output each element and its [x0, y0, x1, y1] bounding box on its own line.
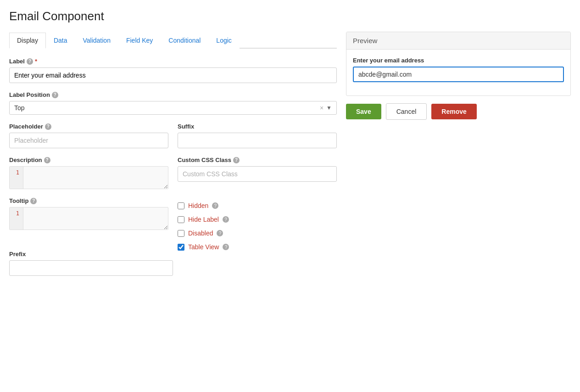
label-input[interactable]: [9, 67, 337, 83]
label-position-help-icon[interactable]: ?: [52, 92, 58, 98]
prefix-label: Prefix: [9, 251, 337, 258]
tab-bar: Display Data Validation Field Key Condit…: [9, 32, 337, 49]
page-title: Email Component: [9, 9, 571, 23]
hide-label-label: Hide Label: [188, 216, 219, 223]
disabled-checkbox-item[interactable]: Disabled ?: [178, 230, 337, 237]
table-view-help-icon[interactable]: ?: [223, 244, 229, 250]
tab-logic[interactable]: Logic: [208, 33, 239, 49]
tab-validation[interactable]: Validation: [75, 33, 118, 49]
checkbox-group: Hidden ? Hide Label ? Disabled ?: [178, 202, 337, 251]
description-col: Description ? 1: [9, 157, 168, 197]
hide-label-help-icon[interactable]: ?: [223, 216, 229, 223]
cancel-button[interactable]: Cancel: [386, 103, 427, 120]
placeholder-field-group: Placeholder ?: [9, 123, 168, 148]
label-position-value: Top: [14, 104, 320, 112]
hide-label-checkbox[interactable]: [178, 216, 184, 223]
description-textarea[interactable]: [23, 167, 168, 189]
description-css-row: Description ? 1 Custom CSS Class ?: [9, 157, 337, 197]
tooltip-editor[interactable]: 1: [9, 207, 168, 230]
hide-label-checkbox-item[interactable]: Hide Label ?: [178, 216, 337, 223]
tooltip-checkboxes-row: Tooltip ? 1 Hidden ?: [9, 197, 337, 251]
hidden-label: Hidden: [188, 202, 208, 209]
table-view-checkbox-item[interactable]: Table View ?: [178, 243, 337, 251]
checkboxes-col: Hidden ? Hide Label ? Disabled ?: [178, 197, 337, 251]
tooltip-label: Tooltip ?: [9, 197, 168, 204]
placeholder-field-label: Placeholder ?: [9, 123, 168, 130]
save-button[interactable]: Save: [346, 104, 381, 119]
placeholder-input[interactable]: [9, 133, 168, 148]
hidden-checkbox-item[interactable]: Hidden ?: [178, 202, 337, 209]
disabled-help-icon[interactable]: ?: [217, 230, 223, 236]
tooltip-col: Tooltip ? 1: [9, 197, 168, 251]
tooltip-line-numbers: 1: [10, 207, 23, 230]
description-label: Description ?: [9, 157, 168, 163]
preview-email-input[interactable]: [353, 67, 564, 82]
label-position-group: Label Position ? Top × ▼: [9, 91, 337, 115]
tab-display[interactable]: Display: [9, 33, 46, 49]
required-star: *: [35, 58, 37, 65]
suffix-field-label: Suffix: [178, 123, 337, 130]
table-view-label: Table View: [188, 243, 219, 251]
preview-panel: Preview Enter your email address: [346, 32, 571, 96]
prefix-field-group: Prefix: [9, 251, 337, 276]
description-line-numbers: 1: [10, 167, 23, 189]
placeholder-suffix-row: Placeholder ? Suffix: [9, 123, 337, 157]
label-position-label: Label Position ?: [9, 91, 337, 98]
custom-css-col: Custom CSS Class ?: [178, 157, 337, 197]
label-field-group: Label ? *: [9, 58, 337, 83]
custom-css-help-icon[interactable]: ?: [233, 157, 240, 163]
tab-field-key[interactable]: Field Key: [118, 33, 161, 49]
custom-css-field-group: Custom CSS Class ?: [178, 157, 337, 182]
tooltip-field-group: Tooltip ? 1: [9, 197, 168, 230]
hidden-help-icon[interactable]: ?: [212, 202, 218, 209]
label-help-icon[interactable]: ?: [27, 58, 33, 65]
right-panel: Preview Enter your email address Save Ca…: [346, 32, 571, 120]
tab-data[interactable]: Data: [46, 33, 75, 49]
placeholder-help-icon[interactable]: ?: [45, 123, 51, 130]
suffix-col: Suffix: [178, 123, 337, 157]
preview-header: Preview: [346, 32, 570, 50]
table-view-checkbox[interactable]: [178, 244, 184, 251]
preview-body: Enter your email address: [346, 50, 570, 95]
tooltip-textarea[interactable]: [23, 207, 168, 230]
disabled-label: Disabled: [188, 230, 213, 237]
hidden-checkbox[interactable]: [178, 202, 184, 209]
label-position-select[interactable]: Top × ▼: [9, 101, 337, 115]
prefix-input[interactable]: [9, 260, 173, 276]
custom-css-input[interactable]: [178, 166, 337, 182]
tab-conditional[interactable]: Conditional: [161, 33, 208, 49]
label-field-label: Label ? *: [9, 58, 337, 65]
tooltip-help-icon[interactable]: ?: [30, 198, 37, 204]
description-editor[interactable]: 1: [9, 166, 168, 189]
preview-label: Enter your email address: [353, 57, 564, 64]
action-buttons: Save Cancel Remove: [346, 103, 571, 120]
left-panel: Display Data Validation Field Key Condit…: [9, 32, 337, 284]
description-help-icon[interactable]: ?: [44, 157, 50, 163]
label-position-arrow-icon[interactable]: ▼: [326, 105, 332, 111]
suffix-input[interactable]: [178, 133, 337, 148]
label-position-clear-icon[interactable]: ×: [320, 104, 323, 112]
placeholder-col: Placeholder ?: [9, 123, 168, 157]
remove-button[interactable]: Remove: [431, 104, 476, 119]
description-field-group: Description ? 1: [9, 157, 168, 189]
custom-css-label: Custom CSS Class ?: [178, 157, 337, 163]
disabled-checkbox[interactable]: [178, 230, 184, 237]
suffix-field-group: Suffix: [178, 123, 337, 148]
